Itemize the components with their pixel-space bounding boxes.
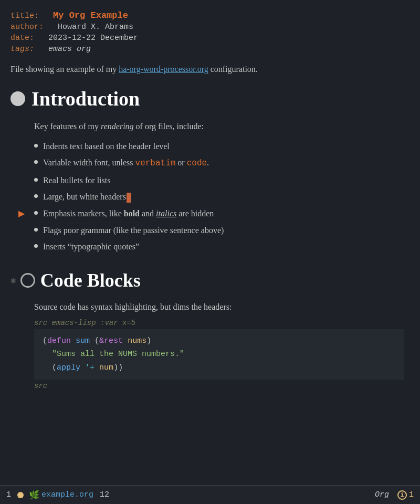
list-item: Variable width font, unless verbatim or … (34, 156, 404, 171)
list-item-text: Real bullets for lists (43, 174, 110, 187)
code-src-label: src emacs-lisp :var x=5 (34, 319, 404, 327)
text-cursor (127, 193, 131, 203)
info-circle-icon: i (397, 490, 407, 500)
code-inline: code (187, 159, 207, 168)
meta-title-key: title: (10, 12, 39, 20)
list-item: Inserts “typographic quotes” (34, 240, 404, 254)
meta-tags-line: tags: emacs org (10, 45, 404, 54)
status-col-number: 12 (100, 490, 109, 499)
meta-title-value: My Org Example (53, 10, 128, 20)
meta-title-line: title: My Org Example (10, 10, 404, 20)
intro-text-before: File showing an example of my (10, 65, 119, 74)
meta-tags-value: emacs org (48, 45, 91, 54)
main-content: title: My Org Example author: Howard X. … (0, 0, 420, 485)
code-block: (defun sum (&rest nums) "Sums all the NU… (34, 329, 404, 380)
intro-text-after: configuration. (208, 65, 258, 74)
intro-paragraph: File showing an example of my ha-org-wor… (10, 63, 404, 76)
status-line-number: 1 (6, 490, 11, 499)
section2-body: Source code has syntax highlighting, but… (10, 301, 404, 391)
code-end-label: src (34, 382, 404, 390)
meta-date-key: date: (10, 34, 34, 43)
section1-intro-italic: rendering (101, 122, 134, 131)
section1-intro-before: Key features of my (34, 122, 101, 131)
verbatim-text: verbatim (135, 159, 176, 168)
list-bullet (34, 244, 38, 248)
status-dot-icon (17, 492, 24, 498)
list-item-text: Flags poor grammar (like the passive sen… (43, 224, 224, 237)
list-item: Large, but white headers (34, 190, 404, 204)
status-info: i 1 (397, 490, 414, 500)
active-line-indicator: ▶ (18, 207, 25, 220)
code-line-1: (defun sum (&rest nums) (43, 334, 396, 348)
list-bullet (34, 178, 38, 182)
bold-text: bold (124, 209, 140, 218)
list-item: Flags poor grammar (like the passive sen… (34, 224, 404, 237)
list-item: Indents text based on the header level (34, 140, 404, 153)
status-info-count: 1 (409, 490, 414, 499)
list-item-text: Indents text based on the header level (43, 140, 170, 153)
list-item: Real bullets for lists (34, 174, 404, 187)
status-emacs-icon: 🌿 (29, 490, 39, 500)
section2-circle-icon (20, 273, 35, 288)
italics-text: italics (156, 209, 176, 218)
list-item-active: ▶ Emphasis markers, like bold and italic… (34, 207, 404, 220)
section1-body: Key features of my rendering of org file… (10, 120, 404, 254)
section1-title: Introduction (32, 87, 140, 110)
status-mode: Org (375, 490, 389, 499)
code-line-2: "Sums all the NUMS numbers." (43, 348, 396, 361)
list-bullet (34, 228, 38, 232)
meta-author-value: Howard X. Abrams (58, 23, 133, 32)
section2-title: Code Blocks (40, 269, 141, 291)
meta-tags-key: tags: (10, 45, 34, 54)
list-item-text: Large, but white headers (43, 190, 131, 204)
section1-intro: Key features of my rendering of org file… (34, 120, 404, 133)
section2-heading: ✱ Code Blocks (10, 269, 404, 291)
list-bullet (34, 194, 38, 198)
section1-heading: Introduction (10, 87, 404, 110)
section1-intro-after: of org files, include: (134, 122, 204, 131)
code-line-3: (apply '+ num)) (43, 361, 396, 375)
section2: ✱ Code Blocks Source code has syntax hig… (10, 269, 404, 391)
meta-date-value: 2023-12-22 December (48, 34, 138, 43)
list-item-text: Inserts “typographic quotes” (43, 240, 139, 254)
metadata-block: title: My Org Example author: Howard X. … (10, 10, 404, 54)
heading-circle-icon (10, 91, 25, 106)
meta-author-line: author: Howard X. Abrams (10, 23, 404, 32)
list-item-text: Emphasis markers, like bold and italics … (43, 207, 214, 220)
list-bullet (34, 211, 38, 215)
section2-star-prefix: ✱ (10, 275, 16, 286)
list-bullet (34, 144, 38, 148)
meta-author-key: author: (10, 23, 44, 32)
status-filename: example.org (41, 490, 93, 499)
list-bullet (34, 160, 38, 164)
list-item-text: Variable width font, unless verbatim or … (43, 156, 209, 171)
meta-date-line: date: 2023-12-22 December (10, 34, 404, 43)
feature-list: Indents text based on the header level V… (34, 140, 404, 254)
status-bar: 1 🌿 example.org 12 Org i 1 (0, 485, 420, 504)
section2-intro: Source code has syntax highlighting, but… (34, 301, 404, 313)
intro-link[interactable]: ha-org-word-processor.org (119, 65, 208, 74)
